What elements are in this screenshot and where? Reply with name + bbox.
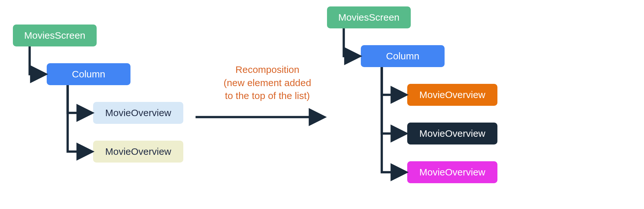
node-movie-overview-left-0: MovieOverview [93,102,183,124]
node-movie-overview-right-0: MovieOverview [407,84,497,106]
caption-line: (new element added [200,76,335,90]
node-movie-overview-left-1: MovieOverview [93,141,183,163]
node-column-left: Column [47,63,130,85]
node-label: Column [72,69,105,80]
node-movie-overview-right-2: MovieOverview [407,161,497,183]
recomposition-caption: Recomposition (new element added to the … [200,63,335,103]
caption-line: Recomposition [200,63,335,76]
caption-line: to the top of the list) [200,89,335,103]
node-label: MovieOverview [419,128,485,139]
node-column-right: Column [361,45,445,67]
node-label: MovieOverview [419,89,485,100]
node-label: MoviesScreen [338,12,399,23]
node-label: MovieOverview [419,167,485,178]
node-label: MoviesScreen [24,30,85,41]
node-movies-screen-left: MoviesScreen [13,25,97,46]
node-label: MovieOverview [105,146,171,157]
node-label: Column [386,51,419,62]
node-movies-screen-right: MoviesScreen [327,6,411,28]
node-movie-overview-right-1: MovieOverview [407,123,497,144]
node-label: MovieOverview [105,107,171,118]
